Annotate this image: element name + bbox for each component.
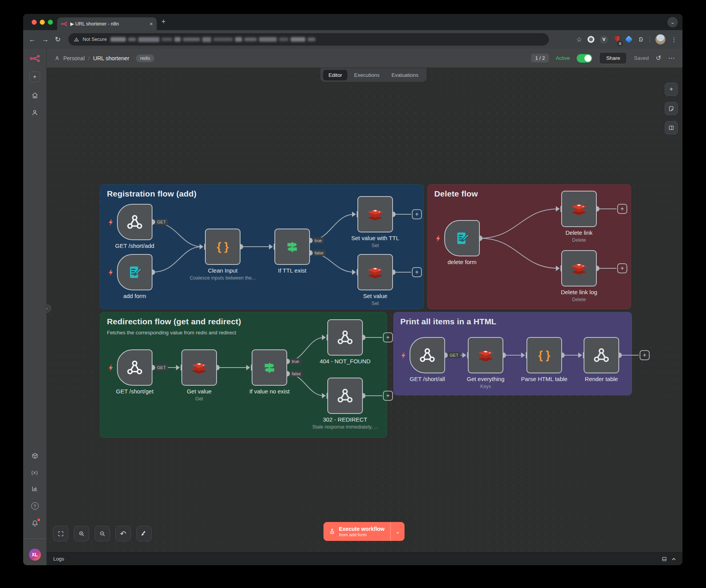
add-node-button[interactable]: + (412, 209, 422, 219)
browser-profile-avatar[interactable] (655, 34, 665, 44)
node-302-redirect[interactable]: 302 - REDIRECT Stale response immediatel… (327, 378, 363, 414)
saved-status: Saved (634, 55, 648, 61)
toggle-knob (584, 55, 591, 62)
tab-executions[interactable]: Executions (349, 70, 385, 80)
zoom-to-fit-button[interactable] (53, 526, 68, 541)
tab-editor[interactable]: Editor (323, 70, 347, 80)
node-delete-link[interactable]: Delete link Delete (561, 191, 597, 227)
execute-dropdown-button[interactable]: ⌄ (391, 522, 405, 541)
workflow-canvas[interactable]: Registration flow (add) Delete flow Redi… (47, 68, 682, 552)
help-icon[interactable]: ? (31, 502, 39, 510)
edge-label-get: GET (448, 352, 461, 358)
workflow-tag[interactable]: redis (136, 54, 154, 62)
new-workflow-button[interactable]: + (29, 71, 40, 82)
notifications-bell-icon[interactable] (31, 519, 39, 529)
node-set-value-with-ttl[interactable]: Set value with TTL Set (357, 196, 393, 232)
new-tab-button[interactable]: + (161, 17, 166, 26)
add-node-panel-button[interactable]: + (665, 83, 678, 96)
warning-icon (74, 37, 79, 42)
webhook-icon (419, 347, 435, 363)
tab-evaluations[interactable]: Evaluations (386, 70, 424, 80)
tab-search-chevron-icon[interactable]: ⌄ (667, 17, 678, 27)
workflow-menu-icon[interactable]: ⋯ (668, 54, 675, 62)
webhook-response-icon (337, 329, 353, 346)
undo-button[interactable]: ↶ (115, 526, 131, 541)
history-icon[interactable]: ↺ (656, 54, 661, 62)
execute-workflow-button[interactable]: Execute workflow from add form ⌄ (323, 522, 405, 541)
node-if-ttl-exist[interactable]: If TTL exist (274, 229, 310, 265)
home-icon[interactable] (31, 92, 39, 100)
share-button[interactable]: Share (599, 52, 627, 64)
node-set-value[interactable]: Set value Set (357, 254, 393, 290)
zoom-out-button[interactable] (95, 526, 110, 541)
minimize-window-button[interactable] (40, 20, 45, 25)
logs-panel-icon[interactable] (662, 556, 667, 562)
add-node-button[interactable]: + (412, 267, 422, 277)
add-node-button[interactable]: + (617, 263, 627, 273)
templates-cube-icon[interactable] (31, 452, 39, 460)
extension-v-icon[interactable]: V (600, 36, 608, 44)
redis-icon (366, 205, 384, 223)
node-clean-input[interactable]: { } Clean Input Coalesce inputs between … (205, 229, 240, 265)
blue-extension-icon[interactable] (626, 37, 632, 42)
close-window-button[interactable] (32, 20, 37, 25)
node-get-everything[interactable]: Get everything Keys (468, 337, 503, 373)
node-get-short-all[interactable]: GET /short/all (410, 337, 445, 373)
n8n-logo[interactable] (30, 55, 40, 62)
lightning-icon (107, 363, 114, 374)
add-node-button[interactable]: + (383, 332, 393, 342)
expand-logs-chevron-icon[interactable] (672, 557, 676, 561)
flask-icon (329, 528, 335, 535)
insights-chart-icon[interactable] (31, 485, 39, 493)
workflow-name[interactable]: URL shortener (93, 55, 129, 61)
browser-menu-icon[interactable]: ⋮ (671, 36, 677, 43)
add-node-button[interactable]: + (383, 391, 393, 401)
bookmark-star-icon[interactable]: ☆ (576, 36, 582, 44)
node-get-short-get[interactable]: GET /short/get (117, 349, 152, 386)
user-avatar[interactable]: XL (29, 549, 41, 561)
node-if-value-no-exist[interactable]: If value no exist (252, 349, 287, 386)
toolbar-divider (650, 36, 650, 43)
zoom-in-button[interactable] (74, 526, 89, 541)
back-icon[interactable]: ← (29, 36, 36, 44)
redacted-url (110, 37, 315, 42)
security-label: Not Secure (83, 37, 107, 42)
tidy-up-button[interactable] (136, 526, 152, 541)
node-get-short-add[interactable]: GET /short/add (117, 204, 152, 240)
browser-tab[interactable]: ▶ URL shortener - n8n × (57, 17, 157, 30)
address-bar[interactable]: Not Secure (68, 33, 549, 46)
broom-icon (141, 530, 147, 537)
webhook-response-icon (337, 388, 353, 404)
node-delete-form[interactable]: delete form (444, 220, 480, 256)
lightning-icon (107, 218, 114, 228)
node-add-form[interactable]: add form (117, 254, 152, 290)
add-node-button[interactable]: + (640, 350, 650, 360)
breadcrumb-project[interactable]: Personal (63, 55, 85, 61)
extensions-puzzle-icon[interactable] (637, 36, 644, 43)
sidebar-expand-handle[interactable]: › (47, 304, 51, 313)
logs-panel[interactable]: Logs (47, 552, 682, 565)
edge-label-true: true (313, 237, 324, 244)
node-404-not-found[interactable]: 404 - NOT_FOUND (327, 319, 363, 356)
n8n-app: + (x) ? (23, 49, 682, 565)
variables-icon[interactable]: (x) (31, 470, 38, 475)
forward-icon[interactable]: → (42, 36, 49, 44)
edge-label-false: false (290, 371, 303, 377)
node-parse-html-table[interactable]: { } Parse HTML table (527, 337, 562, 373)
extension-icon[interactable] (587, 36, 594, 43)
node-render-table[interactable]: Render table (584, 337, 619, 373)
sticky-title: Print all items in a HTML (400, 317, 625, 326)
node-get-value[interactable]: Get value Get (181, 349, 217, 386)
toggle-panel-button[interactable] (665, 121, 678, 134)
reload-icon[interactable]: ↻ (55, 35, 61, 44)
maximize-window-button[interactable] (48, 20, 53, 25)
shield-extension-icon[interactable]: 5 (613, 35, 621, 44)
node-delete-link-log[interactable]: Delete link log Delete (561, 250, 597, 286)
user-icon[interactable] (31, 109, 39, 117)
code-icon: { } (217, 241, 229, 253)
n8n-favicon (61, 22, 67, 26)
add-node-button[interactable]: + (617, 204, 627, 214)
add-sticky-note-button[interactable] (665, 102, 678, 115)
active-toggle[interactable] (577, 54, 592, 63)
close-tab-icon[interactable]: × (150, 21, 153, 27)
